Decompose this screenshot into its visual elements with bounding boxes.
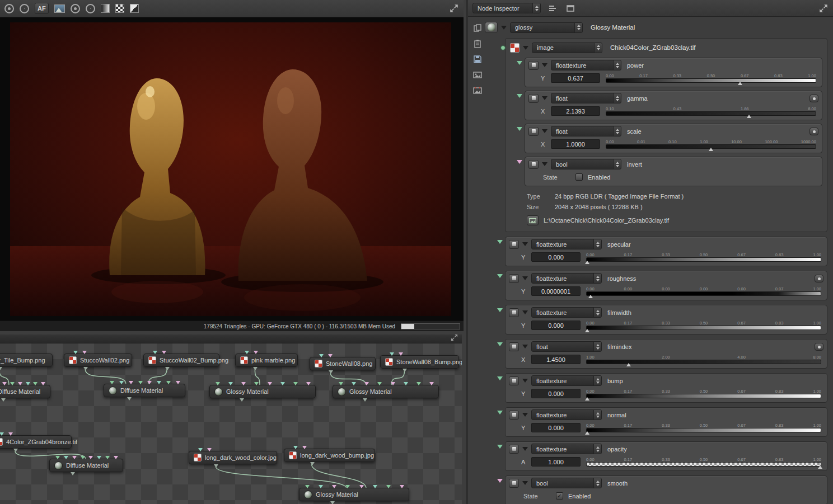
collapse-param-icon[interactable]	[522, 413, 528, 417]
slider-handle[interactable]	[747, 115, 751, 118]
collapse-param-icon[interactable]	[522, 379, 528, 383]
node-input-pin[interactable]	[306, 382, 311, 385]
node-input-pin[interactable]	[293, 382, 298, 385]
node-input-pin[interactable]	[373, 485, 377, 488]
slider-handle[interactable]	[626, 363, 631, 366]
value-field[interactable]: 1.0000	[551, 139, 600, 149]
param-type-dropdown[interactable]: float	[551, 126, 621, 136]
param-icon[interactable]	[528, 160, 539, 169]
collapse-param-icon[interactable]	[522, 310, 528, 314]
graph-node-texture[interactable]: our_Tile_Bump.png	[0, 354, 53, 367]
value-field[interactable]: 0.000	[531, 389, 581, 398]
param-slider[interactable]: 1.002.004.008.00	[586, 355, 821, 364]
graph-node-material[interactable]: Diffuse Material	[104, 384, 185, 397]
camera-lock-icon[interactable]	[71, 4, 80, 13]
collapse-param-icon[interactable]	[522, 447, 528, 451]
node-input-pin[interactable]	[41, 382, 45, 385]
node-input-pin[interactable]	[18, 382, 22, 385]
node-graph-canvas[interactable]: our_Tile_Bump.pngStuccoWall02.pngStuccoW…	[0, 343, 462, 504]
graph-node-material[interactable]: Glossy Material	[209, 385, 316, 398]
node-input-pin[interactable]	[97, 456, 101, 459]
node-input-pin[interactable]	[119, 381, 124, 384]
node-input-pin[interactable]	[176, 381, 180, 384]
param-slider[interactable]: 0.000.170.330.500.670.831.00	[586, 252, 821, 262]
node-input-pin[interactable]	[352, 382, 356, 385]
graph-node-material[interactable]: Diffuse Material	[0, 385, 50, 398]
graph-node-texture[interactable]: long_dark_wood_bump.jpg	[284, 449, 375, 462]
param-slider[interactable]: 0.000.170.330.500.670.831.00	[586, 423, 821, 432]
collapse-param-icon[interactable]	[522, 276, 528, 280]
node-input-pin[interactable]	[64, 456, 68, 459]
node-input-pin[interactable]	[10, 382, 15, 385]
collapse-param-icon[interactable]	[522, 345, 528, 348]
node-input-pin[interactable]	[332, 485, 336, 488]
param-type-dropdown[interactable]: bool	[551, 159, 621, 169]
paste-node-icon[interactable]	[471, 38, 484, 49]
param-slider[interactable]: 0.000.170.330.500.670.831.00	[586, 389, 821, 398]
value-field[interactable]: 0.000	[531, 252, 581, 262]
node-input-pin[interactable]	[81, 456, 85, 459]
slider-handle[interactable]	[588, 295, 593, 298]
input-pin[interactable]	[517, 160, 522, 164]
graph-node-texture[interactable]: StoneWall08_Bump.png	[380, 355, 459, 369]
param-type-dropdown[interactable]: float	[551, 93, 621, 103]
node-input-pin[interactable]	[386, 485, 391, 488]
node-input-pin[interactable]	[157, 381, 161, 384]
param-type-dropdown[interactable]: floattexture	[531, 409, 602, 420]
curve-toggle-button[interactable]	[815, 343, 823, 351]
graph-node-texture[interactable]: StuccoWall02.png	[64, 354, 132, 367]
node-input-pin[interactable]	[254, 382, 259, 385]
save-render-icon[interactable]	[54, 4, 65, 13]
param-icon[interactable]	[509, 240, 519, 249]
collapse-param-icon[interactable]	[522, 481, 528, 485]
node-input-pin[interactable]	[153, 351, 157, 354]
param-slider[interactable]: 0.000.170.330.500.670.831.00	[586, 457, 821, 467]
node-input-pin[interactable]	[345, 485, 350, 488]
curve-toggle-button[interactable]	[809, 95, 818, 102]
node-output-pin[interactable]	[1, 398, 6, 402]
graph-node-material[interactable]: Glossy Material	[299, 488, 409, 501]
graph-node-texture[interactable]: pink marble.png	[235, 354, 298, 367]
slider-handle[interactable]	[709, 148, 713, 151]
input-pin[interactable]	[497, 274, 503, 278]
param-type-dropdown[interactable]: bool	[531, 478, 602, 488]
node-input-pin[interactable]	[328, 354, 333, 357]
node-input-pin[interactable]	[55, 456, 60, 459]
node-input-pin[interactable]	[26, 382, 30, 385]
param-type-dropdown[interactable]: floattexture	[531, 375, 602, 386]
restart-render-icon[interactable]	[86, 4, 95, 13]
node-input-pin[interactable]	[268, 382, 272, 385]
param-slider[interactable]: 0.100.431.868.00	[606, 106, 816, 116]
node-input-pin[interactable]	[33, 382, 38, 385]
node-input-pin[interactable]	[404, 382, 408, 385]
input-pin[interactable]	[497, 376, 503, 380]
input-pin[interactable]	[497, 479, 503, 483]
float-window-icon[interactable]	[564, 3, 577, 14]
input-pin[interactable]	[497, 411, 503, 414]
param-type-dropdown[interactable]: floattexture	[531, 444, 602, 454]
value-field[interactable]: 1.4500	[531, 355, 581, 364]
node-input-pin[interactable]	[400, 485, 404, 488]
render-image-icon[interactable]	[471, 69, 484, 81]
value-field[interactable]: 0.0000001	[531, 286, 581, 296]
split-display-mode-icon[interactable]	[130, 4, 139, 13]
node-input-pin[interactable]	[114, 456, 118, 459]
node-input-pin[interactable]	[390, 352, 394, 356]
node-input-pin[interactable]	[429, 382, 434, 385]
root-type-dropdown[interactable]: glossy	[510, 22, 583, 33]
collapse-param-icon[interactable]	[542, 96, 547, 100]
input-pin[interactable]	[517, 94, 522, 98]
node-output-pin[interactable]	[165, 367, 170, 370]
node-output-pin[interactable]	[83, 367, 88, 370]
slider-handle[interactable]	[585, 261, 589, 264]
alpha-display-mode-icon[interactable]	[115, 4, 124, 13]
node-input-pin[interactable]	[207, 448, 212, 451]
node-output-pin[interactable]	[403, 369, 407, 372]
node-input-pin[interactable]	[105, 456, 110, 459]
node-input-pin[interactable]	[216, 382, 220, 385]
param-icon[interactable]	[509, 342, 519, 351]
param-slider[interactable]: 0.000.170.330.500.670.831.00	[586, 321, 821, 330]
param-icon[interactable]	[528, 127, 539, 136]
node-input-pin[interactable]	[305, 485, 310, 488]
autofocus-button[interactable]: AF	[35, 3, 49, 14]
